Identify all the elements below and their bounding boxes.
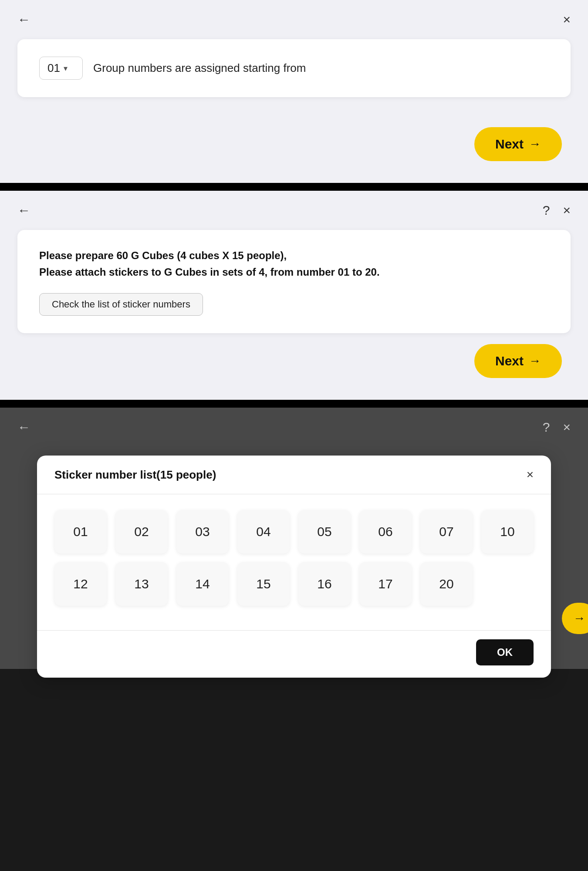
- next-arrow-icon-2: →: [529, 354, 541, 368]
- group-number-card: 01 ▾ Group numbers are assigned starting…: [17, 39, 571, 97]
- instructions-text: Please prepare 60 G Cubes (4 cubes X 15 …: [39, 247, 549, 281]
- back-button-2[interactable]: ←: [17, 204, 30, 217]
- sticker-item: 16: [298, 562, 351, 606]
- modal-title: Sticker number list(15 people): [54, 468, 216, 482]
- back-button-1[interactable]: ←: [17, 13, 30, 26]
- ok-button[interactable]: OK: [476, 639, 534, 665]
- next-button-1[interactable]: Next →: [474, 127, 562, 161]
- instructions-line1: Please prepare 60 G Cubes (4 cubes X 15 …: [39, 247, 549, 264]
- sticker-item: 12: [54, 562, 107, 606]
- check-list-button[interactable]: Check the list of sticker numbers: [39, 293, 203, 316]
- sticker-item: 02: [115, 510, 168, 554]
- sticker-item: 03: [176, 510, 229, 554]
- close-button-2[interactable]: ×: [563, 204, 571, 217]
- modal-body: 0102030405060710 12131415161720: [37, 494, 551, 630]
- sticker-item: 01: [54, 510, 107, 554]
- next-label-1: Next: [495, 137, 524, 152]
- sticker-grid-row1: 0102030405060710: [54, 510, 534, 554]
- separator-1: [0, 183, 588, 191]
- dropdown-arrow-icon: ▾: [64, 64, 68, 73]
- sticker-grid-row2: 12131415161720: [54, 562, 534, 606]
- modal-footer: OK: [37, 630, 551, 678]
- sticker-item: 15: [237, 562, 290, 606]
- sticker-item: 04: [237, 510, 290, 554]
- modal-backdrop: Sticker number list(15 people) × 0102030…: [17, 421, 571, 652]
- sticker-item: 06: [359, 510, 412, 554]
- sticker-item: 17: [359, 562, 412, 606]
- instructions-card: Please prepare 60 G Cubes (4 cubes X 15 …: [17, 230, 571, 333]
- section-3: ← ? × Sticker number list(15 people) × 0…: [0, 408, 588, 669]
- sticker-item: 20: [420, 562, 473, 606]
- sticker-item: 14: [176, 562, 229, 606]
- next-arrow-icon-1: →: [529, 137, 541, 151]
- modal-header: Sticker number list(15 people) ×: [37, 456, 551, 494]
- instructions-line2: Please attach stickers to G Cubes in set…: [39, 264, 549, 280]
- group-number-dropdown[interactable]: 01 ▾: [39, 57, 83, 80]
- card-row-1: 01 ▾ Group numbers are assigned starting…: [39, 57, 549, 80]
- sticker-item: 07: [420, 510, 473, 554]
- modal-close-button[interactable]: ×: [527, 468, 534, 482]
- sticker-item: 05: [298, 510, 351, 554]
- next-button-2[interactable]: Next →: [474, 344, 562, 378]
- nav-icons-right-2: ? ×: [543, 204, 571, 217]
- section-2: ← ? × Please prepare 60 G Cubes (4 cubes…: [0, 191, 588, 400]
- separator-2: [0, 400, 588, 408]
- next-label-2: Next: [495, 354, 524, 368]
- sticker-item: 13: [115, 562, 168, 606]
- nav-bar-2: ← ? ×: [17, 204, 571, 217]
- help-button-2[interactable]: ?: [543, 204, 550, 217]
- section-1: ← × 01 ▾ Group numbers are assigned star…: [0, 0, 588, 183]
- dropdown-value: 01: [47, 61, 60, 75]
- sticker-modal: Sticker number list(15 people) × 0102030…: [37, 456, 551, 678]
- group-number-label: Group numbers are assigned starting from: [93, 61, 306, 75]
- nav-bar-1: ← ×: [17, 13, 571, 26]
- close-button-1[interactable]: ×: [563, 13, 571, 26]
- sticker-item: 10: [481, 510, 534, 554]
